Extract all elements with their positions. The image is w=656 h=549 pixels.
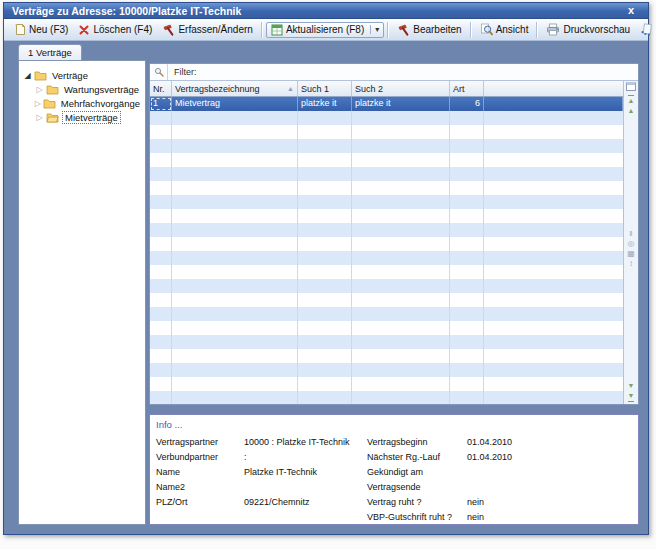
cell-such1[interactable]: platzke it (298, 97, 352, 111)
aktualisieren-button[interactable]: Aktualisieren (F8) ▾ (266, 22, 384, 38)
info-right-column: Vertragsbeginn01.04.2010 Nächster Rg.-La… (367, 434, 512, 524)
info-label: PLZ/Ort (156, 497, 244, 507)
tab-vertraege[interactable]: 1 Verträge (18, 44, 82, 60)
table-row-empty[interactable] (150, 223, 623, 237)
sort-asc-icon: ▲ (285, 85, 294, 92)
table-row-empty[interactable] (150, 153, 623, 167)
filter-label: Filter: (168, 67, 197, 77)
table-row-empty[interactable] (150, 279, 623, 293)
table-row-empty[interactable] (150, 251, 623, 265)
tree-item-label: Mehrfachvorgänge (59, 98, 142, 109)
neu-button[interactable]: Neu (F3) (8, 21, 73, 38)
cell-such2[interactable]: platzke it (352, 97, 450, 111)
table-row-empty[interactable] (150, 167, 623, 181)
table-row-empty[interactable] (150, 209, 623, 223)
table-row-empty[interactable] (150, 293, 623, 307)
info-value: 09221/Chemnitz (244, 497, 310, 507)
dropdown-arrow-icon[interactable]: ▾ (370, 25, 379, 34)
info-label: Name2 (156, 482, 244, 492)
window-title: Verträge zu Adresse: 10000/Platzke IT-Te… (12, 5, 241, 17)
grid-navigator: ▲ ▲ ‖ ◎ ▦ ↕ ▼ ▼ (623, 81, 638, 404)
bearbeiten-button[interactable]: Bearbeiten (392, 21, 466, 38)
ansicht-button[interactable]: Ansicht (475, 21, 534, 38)
tree-item-vertraege[interactable]: ◢ Verträge (22, 68, 142, 82)
table-row-empty[interactable] (150, 195, 623, 209)
info-label: VBP-Gutschrift ruht ? (367, 512, 467, 522)
delete-icon (78, 24, 90, 36)
folder-icon (43, 98, 56, 109)
info-value: 10000 : Platzke IT-Technik (244, 437, 350, 447)
tree-item-wartungsvertraege[interactable]: ▷ Wartungsverträge (22, 82, 142, 96)
open-folder-icon (46, 112, 59, 123)
tree-item-mietvertraege[interactable]: ▷ Mietverträge (22, 110, 142, 124)
nav-search-icon[interactable]: ◎ (628, 239, 635, 249)
erfassen-aendern-label: Erfassen/Ändern (178, 24, 253, 35)
print-preview-icon (546, 23, 560, 36)
toolbar-separator (470, 22, 472, 38)
ansicht-label: Ansicht (496, 24, 529, 35)
tree-item-mehrfachvorgaenge[interactable]: ▷ Mehrfachvorgänge (22, 96, 142, 110)
table-row-empty[interactable] (150, 349, 623, 363)
new-document-icon (13, 23, 26, 36)
cell-art[interactable]: 6 (450, 97, 484, 111)
info-left-column: Vertragspartner10000 : Platzke IT-Techni… (156, 434, 350, 509)
table-row-empty[interactable] (150, 111, 623, 125)
table-row-empty[interactable] (150, 363, 623, 377)
nav-first-row-icon[interactable]: ▲ (628, 95, 635, 106)
table-row-empty[interactable] (150, 321, 623, 335)
beleglauf-button[interactable]: Beleglauf (635, 21, 656, 38)
info-label: Name (156, 467, 244, 477)
refresh-table-icon (271, 24, 283, 36)
document-flow-icon (640, 23, 653, 36)
nav-prior-row-icon[interactable]: ▲ (628, 106, 635, 116)
view-magnifier-icon (480, 23, 493, 36)
info-value: 01.04.2010 (467, 452, 512, 462)
toolbar-separator (387, 22, 389, 38)
table-row-empty[interactable] (150, 307, 623, 321)
druckvorschau-button[interactable]: Druckvorschau (541, 21, 635, 38)
loeschen-button[interactable]: Löschen (F4) (73, 22, 157, 38)
table-row-empty[interactable] (150, 335, 623, 349)
info-panel: Info ... Vertragspartner10000 : Platzke … (149, 414, 639, 525)
table-row-empty[interactable] (150, 181, 623, 195)
folder-icon (34, 70, 47, 81)
info-label: Vertragsende (367, 482, 467, 492)
toolbar-separator (536, 22, 538, 38)
column-header-art[interactable]: Art (450, 81, 484, 96)
nav-sort-icon[interactable]: ↕ (629, 259, 633, 269)
column-header-such2[interactable]: Such 2 (352, 81, 450, 96)
column-chooser-icon[interactable] (626, 82, 636, 91)
app-window: Verträge zu Adresse: 10000/Platzke IT-Te… (3, 2, 649, 535)
folder-icon (46, 84, 59, 95)
column-header-vertragsbezeichnung[interactable]: Vertragsbezeichnung▲ (172, 81, 298, 96)
expand-closed-icon[interactable]: ▷ (34, 85, 45, 94)
close-icon[interactable]: x (628, 4, 634, 16)
expand-closed-icon[interactable]: ▷ (34, 99, 42, 108)
expand-open-icon[interactable]: ◢ (22, 71, 33, 80)
column-header-nr[interactable]: Nr. (150, 81, 172, 96)
table-row-empty[interactable] (150, 237, 623, 251)
table-row-empty[interactable] (150, 139, 623, 153)
nav-grid-view-icon[interactable]: ▦ (627, 249, 635, 259)
filter-search-icon[interactable] (150, 64, 168, 80)
content-area: 1 Verträge ◢ Verträge ▷ Wartungsverträge… (4, 42, 648, 534)
table-row-empty[interactable] (150, 265, 623, 279)
table-row-empty[interactable] (150, 125, 623, 139)
neu-label: Neu (F3) (29, 24, 68, 35)
edit-hammer-icon (162, 23, 175, 36)
column-header-filler (484, 81, 623, 96)
nav-column-resize-icon[interactable]: ‖ (629, 229, 632, 239)
erfassen-aendern-button[interactable]: Erfassen/Ändern (157, 21, 258, 38)
contracts-grid: Filter: Nr. Vertragsbezeichnung▲ Such 1 … (149, 63, 639, 405)
table-row-empty[interactable] (150, 391, 623, 404)
edit-hammer-icon (397, 23, 410, 36)
table-row-selected[interactable]: 1 Mietvertrag platzke it platzke it 6 (150, 97, 623, 111)
toolbar-separator (261, 22, 263, 38)
cell-nr[interactable]: 1 (150, 97, 172, 111)
column-header-such1[interactable]: Such 1 (298, 81, 352, 96)
table-row-empty[interactable] (150, 377, 623, 391)
nav-next-row-icon[interactable]: ▼ (628, 381, 635, 391)
nav-last-row-icon[interactable]: ▼ (628, 391, 635, 402)
expand-closed-icon[interactable]: ▷ (34, 113, 45, 122)
cell-vertragsbezeichnung[interactable]: Mietvertrag (172, 97, 298, 111)
